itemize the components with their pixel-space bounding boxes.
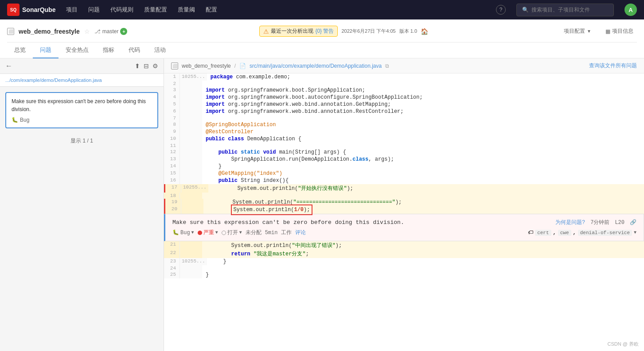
view-all-issues-link[interactable]: 查询该文件所有问题 xyxy=(589,62,637,69)
code-line-2: 2 xyxy=(164,81,644,87)
line-meta-7 xyxy=(180,115,202,121)
line-meta-18 xyxy=(180,193,202,199)
line-meta-9 xyxy=(180,128,202,135)
tags-dropdown[interactable]: ▼ xyxy=(634,230,636,235)
code-line-7: 7 xyxy=(164,115,644,121)
type-dropdown[interactable]: ▼ xyxy=(191,230,194,235)
project-config-button[interactable]: 项目配置 ▼ xyxy=(560,24,595,39)
project-name[interactable]: web_demo_freestyle xyxy=(19,28,80,35)
tab-security-hotspots[interactable]: 安全热点 xyxy=(59,42,96,58)
tab-issues[interactable]: 问题 xyxy=(33,42,59,58)
config-dropdown-arrow: ▼ xyxy=(587,29,591,34)
code-line-20: 20 System.out.println(1/0); xyxy=(164,206,644,214)
tab-metrics[interactable]: 指标 xyxy=(96,42,121,58)
severity-dropdown[interactable]: ▼ xyxy=(215,230,218,235)
line-meta-8 xyxy=(180,121,202,128)
tab-code[interactable]: 代码 xyxy=(121,42,147,58)
line-num-25: 25 xyxy=(164,271,180,278)
settings-icon[interactable]: ⚙ xyxy=(152,62,158,69)
bug-type-icon: 🐛 xyxy=(172,229,179,236)
tag-comma2: , xyxy=(573,230,576,236)
analysis-alert: ⚠ 最近一次分析出现 {0} 警告 2022年6月27日 下午4:05 版本 1… xyxy=(259,26,428,37)
breadcrumb-file[interactable]: src/main/java/com/example/demo/DemoAppli… xyxy=(250,63,382,69)
line-meta-12 xyxy=(180,149,202,156)
nav-issues[interactable]: 问题 xyxy=(88,4,100,15)
issue-status-badge[interactable]: 打开 ▼ xyxy=(222,229,242,236)
nav-rules[interactable]: 代码规则 xyxy=(110,4,133,15)
line-num-11: 11 xyxy=(164,143,180,149)
line-code-19: System.out.println("====================… xyxy=(203,199,644,206)
code-line-16: 16 public String index(){ xyxy=(164,177,644,184)
tag-cwe: cwe xyxy=(558,230,571,236)
line-num-24: 24 xyxy=(164,265,180,271)
line-num-3: 3 xyxy=(164,87,180,94)
line-meta-3 xyxy=(180,87,202,94)
line-meta-21 xyxy=(180,241,202,250)
project-info-button[interactable]: ▦ 项目信息 xyxy=(602,24,637,39)
code-line-17: 17 10255... System.out.println("开始执行没有错误… xyxy=(164,184,644,193)
top-navigation: SQ SonarQube 项目 问题 代码规则 质量配置 质量阈 配置 ? 🔍 … xyxy=(0,0,644,19)
project-type-icon: ⬜ xyxy=(7,28,14,35)
issue-annotation-title: Make sure this expression can't be zero … xyxy=(172,219,404,226)
back-button[interactable]: ← xyxy=(5,62,12,70)
issue-link-icon[interactable]: 🔗 xyxy=(630,219,636,226)
status-dropdown[interactable]: ▼ xyxy=(239,230,242,235)
code-viewer[interactable]: 1 10255... package com.example.demo; 2 3… xyxy=(164,73,644,351)
breadcrumb-project[interactable]: web_demo_freestyle xyxy=(182,63,231,69)
issue-type-badge[interactable]: 🐛 Bug ▼ xyxy=(172,229,194,236)
copy-icon[interactable]: ⧉ xyxy=(385,63,389,69)
assign-badge[interactable]: 未分配 xyxy=(246,229,262,236)
line-meta-23: 10255... xyxy=(180,258,207,265)
logo-text: SonarQube xyxy=(22,6,55,13)
code-panel-header: ⬜ web_demo_freestyle / 📄 src/main/java/c… xyxy=(164,58,644,73)
line-meta-25 xyxy=(180,271,202,278)
user-avatar[interactable]: A xyxy=(624,4,637,16)
code-line-11: 11 xyxy=(164,143,644,149)
tab-activity[interactable]: 活动 xyxy=(147,42,173,58)
comment-link[interactable]: 评论 xyxy=(295,229,306,236)
code-line-6: 6 import org.springframework.web.bind.an… xyxy=(164,108,644,115)
line-meta-24 xyxy=(180,265,202,271)
help-button[interactable]: ? xyxy=(496,5,506,15)
work-label: 工作 xyxy=(281,230,292,236)
line-num-23: 23 xyxy=(164,258,180,265)
line-num-14: 14 xyxy=(164,163,180,170)
warnings-link[interactable]: {0} 警告 xyxy=(315,27,334,35)
search-icon: 🔍 xyxy=(522,7,529,13)
branch-add-icon[interactable]: + xyxy=(120,28,127,35)
search-box[interactable]: 🔍 搜索项目、子项目和文件 xyxy=(516,4,614,16)
line-num-13: 13 xyxy=(164,156,180,163)
search-placeholder: 搜索项目、子项目和文件 xyxy=(531,6,590,14)
line-code-25: } xyxy=(202,271,644,278)
branch-info: ⎇ master + xyxy=(94,28,128,35)
view-options-icon[interactable]: ⊟ xyxy=(144,62,149,69)
line-code-20: System.out.println(1/0); xyxy=(203,206,644,214)
sonarqube-logo[interactable]: SQ SonarQube xyxy=(7,4,55,16)
tag-cert: cert xyxy=(535,230,551,236)
nav-quality-profiles[interactable]: 质量配置 xyxy=(144,4,167,15)
sidebar-file-path[interactable]: .../com/example/demo/DemoApplication.jav… xyxy=(0,74,164,87)
code-line-22: 22 return "我这是master分支"; xyxy=(164,250,644,258)
line-num-2: 2 xyxy=(164,81,180,87)
nav-config[interactable]: 配置 xyxy=(206,4,217,15)
sidebar-issue-text: Make sure this expression can't be zero … xyxy=(12,97,152,113)
tab-overview[interactable]: 总览 xyxy=(7,42,33,58)
line-code-13: SpringApplication.run(DemoApplication.cl… xyxy=(202,156,644,163)
nav-quality-gates[interactable]: 质量阈 xyxy=(178,4,195,15)
issue-meta-row: 🐛 Bug ▼ 严重 ▼ 打开 ▼ 未分配 xyxy=(172,229,636,236)
line-code-11 xyxy=(202,143,644,149)
watermark: CSDN @ 养欧 xyxy=(608,341,639,347)
effort-badge: 5min 工作 xyxy=(265,229,292,236)
code-line-12: 12 public static void main(String[] args… xyxy=(164,149,644,156)
nav-projects[interactable]: 项目 xyxy=(66,4,78,15)
line-code-1: package com.example.demo; xyxy=(207,73,644,81)
bug-icon: 🐛 xyxy=(12,117,18,123)
alert-badge[interactable]: ⚠ 最近一次分析出现 {0} 警告 xyxy=(259,26,338,37)
why-is-this-link[interactable]: 为何是问题? xyxy=(555,219,585,226)
line-meta-13 xyxy=(180,156,202,163)
expand-icon[interactable]: ⬆ xyxy=(135,62,140,69)
home-icon[interactable]: 🏠 xyxy=(421,28,428,35)
star-icon[interactable]: ☆ xyxy=(84,28,90,35)
line-code-18 xyxy=(202,193,644,199)
issue-severity-badge[interactable]: 严重 ▼ xyxy=(198,229,218,236)
